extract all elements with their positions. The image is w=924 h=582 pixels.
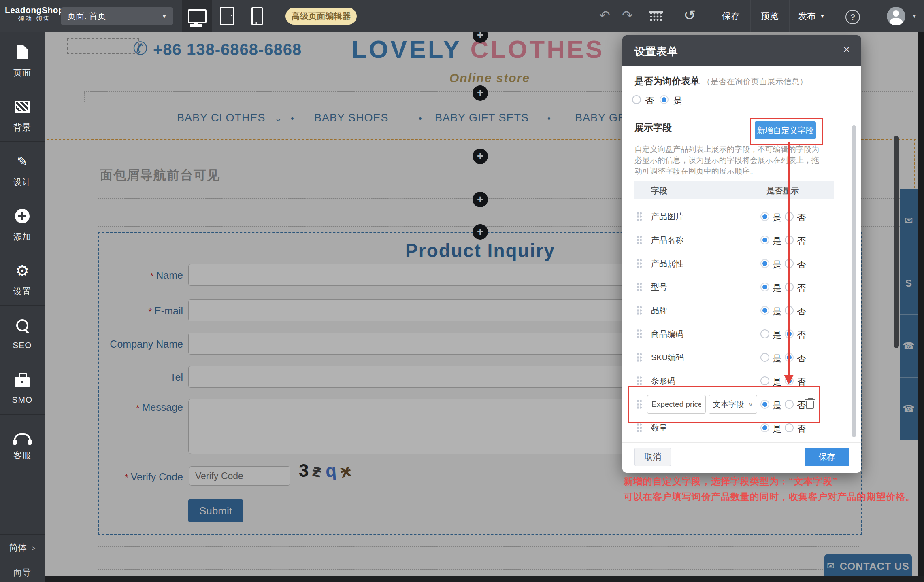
show-radio-yes-label[interactable]: 是	[773, 259, 781, 271]
show-radio-no-label[interactable]: 否	[797, 212, 806, 224]
show-radio-no-label[interactable]: 否	[797, 329, 806, 341]
form-settings-modal: 设置表单 × 是否为询价表单 （是否在询价页面展示信息） 否 是 展示字段 新增…	[622, 35, 861, 473]
avatar[interactable]	[887, 7, 905, 25]
inquiry-question-hint: （是否在询价页面展示信息）	[702, 77, 807, 86]
show-radio-yes[interactable]	[760, 423, 769, 432]
drag-handle[interactable]	[637, 329, 642, 339]
annotation-text-line2: 可以在客户填写询价产品数量的同时，收集客户对产品的期望价格。	[624, 491, 915, 503]
advanced-editor-label: 高级页面编辑器	[292, 11, 351, 22]
undo-button[interactable]: ↶	[599, 9, 610, 22]
page-selector-dropdown[interactable]: 页面: 首页 ▼	[61, 7, 173, 25]
show-radio-yes-label[interactable]: 是	[773, 329, 781, 341]
device-desktop-button[interactable]	[182, 0, 212, 32]
field-row-label: 产品图片	[651, 211, 683, 222]
fields-section-title: 展示字段	[634, 121, 672, 134]
show-radio-yes[interactable]	[760, 329, 769, 338]
inquiry-radio-no[interactable]	[632, 95, 641, 104]
drag-handle[interactable]	[637, 235, 642, 245]
background-icon	[15, 101, 30, 113]
sidebar-item-add[interactable]: 添加	[0, 196, 45, 251]
show-radio-yes[interactable]	[760, 212, 769, 221]
field-row-label: 商品编码	[651, 329, 683, 340]
cancel-button[interactable]: 取消	[634, 448, 671, 466]
show-radio-no-label[interactable]: 否	[797, 282, 806, 294]
cancel-label: 取消	[644, 451, 661, 463]
show-radio-no-label[interactable]: 否	[797, 423, 806, 435]
chevron-down-icon: ▼	[912, 13, 917, 19]
drag-handle[interactable]	[637, 282, 642, 292]
show-radio-yes[interactable]	[760, 353, 769, 362]
show-radio-no[interactable]	[785, 423, 794, 432]
inquiry-radio-yes[interactable]	[660, 95, 669, 104]
help-icon: ?	[850, 13, 855, 22]
modal-title: 设置表单	[634, 45, 678, 59]
close-icon[interactable]: ×	[843, 43, 850, 55]
advanced-editor-button[interactable]: 高级页面编辑器	[285, 8, 357, 25]
sidebar-item-seo[interactable]: SEO	[0, 306, 45, 360]
show-radio-yes[interactable]	[760, 283, 769, 291]
inquiry-radio-no-label[interactable]: 否	[645, 95, 654, 107]
field-row: SKU编码 是 否	[628, 346, 834, 369]
field-row: 产品图片 是 否	[628, 205, 834, 228]
show-radio-yes-label[interactable]: 是	[773, 353, 781, 365]
sidebar-item-label: SMO	[0, 395, 45, 405]
show-radio-no-label[interactable]: 否	[797, 259, 806, 271]
headset-icon	[14, 433, 31, 442]
sidebar-item-design[interactable]: ✎ 设计	[0, 142, 45, 196]
sidebar-item-settings[interactable]: ⚙ 设置	[0, 251, 45, 306]
sidebar-item-pages[interactable]: 页面	[0, 32, 45, 87]
save-button[interactable]: 保存	[711, 0, 751, 32]
field-row-label: 品牌	[651, 305, 667, 316]
show-radio-yes[interactable]	[760, 376, 769, 385]
device-mobile-button[interactable]	[242, 0, 272, 32]
show-radio-yes-label[interactable]: 是	[773, 212, 781, 224]
show-radio-no-label[interactable]: 否	[797, 306, 806, 318]
column-field: 字段	[651, 185, 667, 196]
drag-handle[interactable]	[637, 212, 642, 221]
show-radio-yes[interactable]	[760, 259, 769, 268]
logo-subtext: 领动·领售	[5, 15, 64, 22]
annotation-arrow-line	[788, 142, 790, 376]
drag-handle[interactable]	[637, 353, 642, 362]
device-tablet-button[interactable]	[212, 0, 242, 32]
redo-button[interactable]: ↷	[622, 9, 633, 22]
drag-handle[interactable]	[637, 423, 642, 433]
sidebar-item-smo[interactable]: SMO	[0, 360, 45, 415]
chevron-down-icon: ▼	[820, 13, 825, 19]
show-radio-yes-label[interactable]: 是	[773, 306, 781, 318]
chevron-right-icon: >	[32, 545, 35, 552]
drag-handle[interactable]	[637, 376, 642, 386]
publish-button[interactable]: 发布 ▼	[789, 0, 834, 32]
help-button[interactable]: ?	[845, 10, 860, 24]
history-button[interactable]: ↺	[683, 8, 696, 23]
sidebar-item-support[interactable]: 客服	[0, 415, 45, 469]
sidebar-item-background[interactable]: 背景	[0, 87, 45, 142]
save-label: 保存	[722, 10, 740, 22]
field-row-label: 条形码	[651, 376, 675, 387]
field-row-label: SKU编码	[651, 352, 684, 363]
column-show: 是否显示	[766, 185, 799, 196]
show-radio-yes[interactable]	[760, 306, 769, 315]
inquiry-radio-yes-label[interactable]: 是	[673, 95, 682, 107]
field-row-label: 数量	[651, 423, 667, 433]
preview-button[interactable]: 预览	[750, 0, 790, 32]
field-row-label: 产品名称	[651, 235, 683, 246]
show-radio-yes[interactable]	[760, 236, 769, 244]
wizard-label: 向导	[13, 567, 31, 578]
account-menu-caret[interactable]: ▼	[912, 13, 917, 19]
drag-handle[interactable]	[637, 259, 642, 268]
inquiry-question-label: 是否为询价表单	[634, 76, 700, 86]
show-radio-no-label[interactable]: 否	[797, 235, 806, 247]
show-radio-yes-label[interactable]: 是	[773, 423, 781, 435]
wizard-button[interactable]: 向导	[0, 567, 45, 579]
modal-save-button[interactable]: 保存	[805, 448, 849, 466]
drag-handle[interactable]	[637, 306, 642, 315]
preview-label: 预览	[761, 10, 779, 22]
fields-description: 自定义询盘产品列表上展示的字段，不可编辑的字段为必显示的信息，设为显示的字段将会…	[634, 144, 822, 176]
show-radio-yes-label[interactable]: 是	[773, 282, 781, 294]
show-radio-no-label[interactable]: 否	[797, 353, 806, 365]
language-switcher[interactable]: 简体 >	[0, 542, 45, 554]
show-radio-yes-label[interactable]: 是	[773, 235, 781, 247]
modal-scrollbar-thumb[interactable]	[852, 125, 856, 437]
grid-blocks-button[interactable]	[649, 11, 663, 22]
